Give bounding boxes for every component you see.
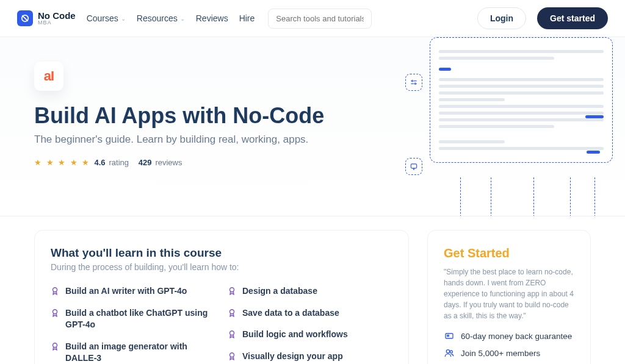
guarantee-row: 60-day money back guarantee (444, 331, 574, 341)
chat-chip-icon (405, 158, 422, 175)
rating-label: rating (109, 158, 129, 167)
svg-rect-7 (411, 164, 416, 168)
nav-label: Reviews (196, 13, 228, 23)
nav-hire[interactable]: Hire (239, 13, 255, 23)
get-started-button[interactable]: Get started (537, 7, 608, 29)
list-item: Design a database (228, 285, 392, 298)
learn-text: Build a chatbot like ChatGPT using GPT-4… (65, 307, 215, 331)
svg-rect-16 (447, 335, 449, 337)
learn-heading: What you'll learn in this course (51, 246, 392, 260)
list-item: Build an image generator with DALLE-3 (51, 341, 215, 364)
list-item: Build logic and workflows (228, 329, 392, 341)
guarantee-icon (444, 331, 455, 341)
sidebar-heading: Get Started (444, 246, 574, 260)
nav-resources[interactable]: Resources ⌄ (137, 13, 185, 23)
ribbon-icon (228, 287, 236, 295)
learn-text: Design a database (242, 285, 317, 298)
svg-point-8 (53, 288, 57, 292)
svg-point-14 (230, 353, 234, 357)
svg-point-12 (230, 309, 234, 313)
learn-lead: During the process of building, you'll l… (51, 262, 392, 272)
course-icon: aI (34, 62, 63, 91)
svg-point-9 (53, 309, 57, 313)
learn-text: Visually design your app (242, 351, 343, 363)
header: No Code MBA Courses ⌄ Resources ⌄ Review… (0, 0, 625, 37)
members-row: Join 5,000+ members (444, 348, 574, 358)
ai-glyph: aI (44, 68, 54, 84)
ribbon-icon (228, 309, 236, 317)
ribbon-icon (228, 352, 236, 360)
chevron-down-icon: ⌄ (180, 15, 185, 22)
learn-text: Build an AI writer with GPT-4o (65, 285, 187, 298)
logo-icon (17, 10, 33, 26)
svg-point-4 (414, 83, 416, 84)
hero: aI Build AI Apps with No-Code The beginn… (0, 37, 625, 216)
get-started-card: Get Started "Simply the best place to le… (427, 230, 591, 364)
learn-text: Save data to a database (242, 307, 339, 319)
nav-reviews[interactable]: Reviews (196, 13, 228, 23)
svg-point-11 (230, 288, 234, 292)
review-label: reviews (155, 158, 182, 167)
logo-sub: MBA (38, 20, 76, 26)
review-count: 429 (139, 158, 152, 167)
list-item: Build an AI writer with GPT-4o (51, 285, 215, 298)
ribbon-icon (51, 342, 59, 351)
learn-text: Build logic and workflows (242, 329, 348, 341)
members-icon (444, 348, 455, 358)
learn-text: Build an image generator with DALLE-3 (65, 341, 215, 364)
nav-label: Resources (137, 13, 178, 23)
search-input[interactable] (268, 9, 372, 29)
nav-label: Hire (239, 13, 255, 23)
logo[interactable]: No Code MBA (17, 10, 76, 26)
rating-value: 4.6 (94, 158, 105, 167)
learn-col-2: Design a database Save data to a databas… (228, 285, 392, 364)
nav-courses[interactable]: Courses ⌄ (87, 13, 126, 23)
decorative-document (430, 37, 613, 163)
svg-point-18 (450, 351, 452, 353)
nav-label: Courses (87, 13, 118, 23)
ribbon-icon (51, 309, 59, 317)
svg-point-10 (53, 343, 57, 348)
chevron-down-icon: ⌄ (121, 15, 126, 22)
list-item: Save data to a database (228, 307, 392, 319)
svg-point-13 (230, 331, 234, 335)
list-item: Visually design your app (228, 351, 392, 363)
members-text: Join 5,000+ members (461, 349, 540, 358)
ribbon-icon (228, 330, 236, 338)
guarantee-text: 60-day money back guarantee (461, 332, 572, 341)
login-button[interactable]: Login (477, 7, 526, 29)
learn-card: What you'll learn in this course During … (34, 230, 409, 364)
star-icons: ★ ★ ★ ★ ★ (34, 158, 90, 167)
svg-point-1 (412, 80, 413, 82)
logo-text: No Code MBA (38, 11, 76, 26)
decorative-lines (454, 177, 601, 216)
learn-col-1: Build an AI writer with GPT-4o Build a c… (51, 285, 215, 364)
logo-main: No Code (38, 11, 76, 20)
search-box (268, 9, 372, 29)
ribbon-icon (51, 287, 59, 295)
settings-chip-icon (405, 74, 422, 91)
list-item: Build a chatbot like ChatGPT using GPT-4… (51, 307, 215, 331)
content-row: What you'll learn in this course During … (0, 216, 625, 364)
testimonial-quote: "Simply the best place to learn no-code,… (444, 266, 574, 321)
svg-point-17 (446, 350, 449, 353)
